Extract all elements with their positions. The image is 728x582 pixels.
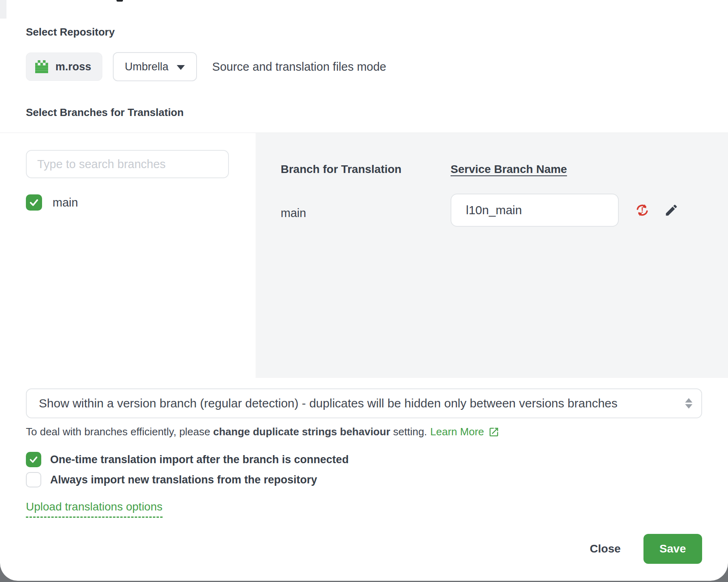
branch-connection-modal: Select Repository m.ross Umbrella — [0, 0, 728, 581]
repository-chip[interactable]: m.ross — [26, 53, 102, 81]
option-always-import[interactable]: Always import new translations from the … — [26, 470, 702, 490]
external-link-icon — [488, 426, 499, 438]
project-dropdown-value: Umbrella — [125, 61, 169, 73]
cropped-content-sliver — [0, 0, 6, 19]
project-dropdown[interactable]: Umbrella — [113, 52, 197, 81]
repo-avatar-identicon-icon — [35, 60, 48, 73]
checkbox-unchecked-icon[interactable] — [26, 472, 41, 487]
repository-row: m.ross Umbrella Source and translation f… — [26, 52, 702, 81]
column-header-service-branch[interactable]: Service Branch Name — [451, 163, 567, 176]
repo-owner-label: m.ross — [55, 61, 91, 73]
column-header-branch: Branch for Translation — [281, 163, 451, 176]
cropped-content-dash — [116, 0, 123, 2]
option-label: One-time translation import after the br… — [50, 453, 349, 466]
learn-more-link[interactable]: Learn More — [430, 426, 499, 438]
checkbox-checked-icon[interactable] — [26, 452, 41, 467]
option-label: Always import new translations from the … — [50, 474, 317, 486]
sync-warning-icon[interactable]: ! — [635, 203, 650, 217]
table-row-service-cell: ! — [451, 194, 728, 227]
svg-text:!: ! — [641, 206, 643, 214]
help-prefix: To deal with branches efficiently, pleas… — [26, 426, 210, 438]
chevron-down-icon — [177, 65, 185, 70]
select-updown-icon — [685, 398, 692, 409]
duplicates-help-text: To deal with branches efficiently, pleas… — [26, 426, 702, 438]
save-button[interactable]: Save — [643, 534, 702, 564]
service-branch-table: Branch for Translation Service Branch Na… — [281, 163, 728, 227]
option-onetime-import[interactable]: One-time translation import after the br… — [26, 449, 702, 470]
checkbox-checked-icon[interactable] — [26, 194, 42, 211]
help-bold: change duplicate strings behaviour — [213, 426, 390, 438]
service-branch-name-input[interactable] — [451, 194, 619, 227]
upload-translations-options-link[interactable]: Upload translations options — [26, 500, 163, 518]
close-button[interactable]: Close — [578, 534, 633, 563]
repository-section: Select Repository m.ross Umbrella — [0, 0, 728, 119]
duplicate-strings-selected-option: Show within a version branch (regular de… — [27, 396, 701, 410]
help-suffix: setting. — [393, 426, 427, 438]
branch-list-item-main[interactable]: main — [26, 194, 256, 211]
files-mode-label: Source and translation files mode — [212, 60, 386, 74]
learn-more-label: Learn More — [430, 426, 484, 438]
service-branch-pane: Branch for Translation Service Branch Na… — [256, 133, 728, 378]
select-repository-heading: Select Repository — [26, 26, 702, 38]
edit-pencil-icon[interactable] — [664, 203, 679, 217]
table-row-branch-label: main — [281, 207, 451, 220]
branch-list-pane: main — [0, 133, 256, 378]
import-options-group: One-time translation import after the br… — [26, 449, 702, 490]
modal-footer: Close Save — [26, 534, 702, 564]
duplicates-and-import-section: Show within a version branch (regular de… — [0, 378, 728, 564]
duplicate-strings-select[interactable]: Show within a version branch (regular de… — [26, 388, 702, 418]
branches-split-panel: main Branch for Translation Service Bran… — [0, 133, 728, 378]
branch-name-label: main — [53, 196, 78, 209]
select-branches-heading: Select Branches for Translation — [26, 106, 702, 119]
branch-search-input[interactable] — [26, 150, 229, 178]
